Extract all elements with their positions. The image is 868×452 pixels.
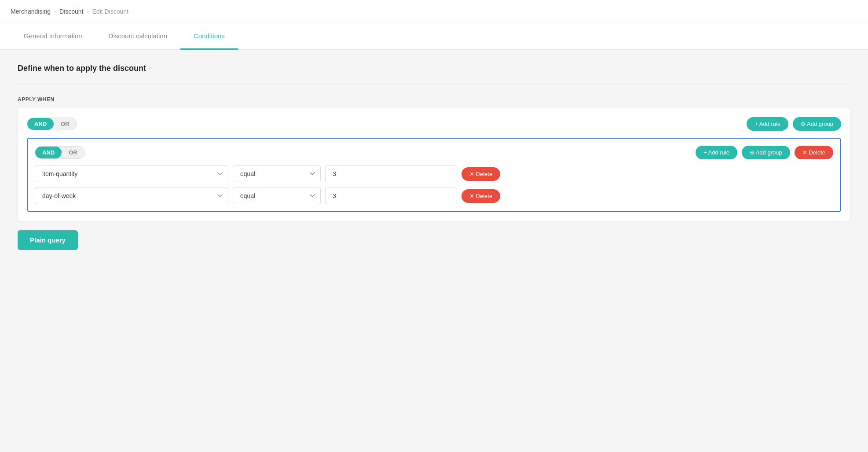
rule-2-delete-button[interactable]: ✕ Delete [461, 189, 500, 203]
outer-add-group-button[interactable]: ⊕ Add group [793, 117, 841, 131]
outer-rule-group: AND OR + Add rule ⊕ Add group AND OR [18, 108, 850, 221]
tab-bar: General Information Discount calculation… [0, 23, 868, 50]
rule-row-1: item-quantity equal ✕ Delete [35, 165, 833, 182]
breadcrumb: Merchandising › Discount › Edit Discount [0, 0, 868, 23]
tab-general-information[interactable]: General Information [11, 23, 95, 50]
breadcrumb-discount[interactable]: Discount [59, 8, 83, 15]
outer-or-button[interactable]: OR [54, 118, 77, 130]
inner-group-actions: + Add rule ⊕ Add group ✕ Delete [696, 146, 833, 159]
tab-conditions[interactable]: Conditions [180, 23, 238, 50]
rule-2-field-select[interactable]: day-of-week [35, 187, 228, 204]
plain-query-button[interactable]: Plain query [18, 230, 78, 250]
inner-group-header: AND OR + Add rule ⊕ Add group ✕ Delete [35, 146, 833, 159]
inner-delete-group-button[interactable]: ✕ Delete [795, 146, 833, 159]
breadcrumb-merchandising[interactable]: Merchandising [11, 8, 51, 15]
outer-add-rule-button[interactable]: + Add rule [747, 117, 788, 131]
page-title: Define when to apply the discount [18, 64, 850, 73]
inner-add-rule-button[interactable]: + Add rule [696, 146, 737, 159]
rule-1-delete-button[interactable]: ✕ Delete [461, 167, 500, 181]
outer-group-header: AND OR + Add rule ⊕ Add group [27, 117, 841, 131]
apply-when-label: APPLY WHEN [18, 96, 850, 103]
inner-rule-group: AND OR + Add rule ⊕ Add group ✕ Delete i… [27, 138, 841, 212]
inner-or-button[interactable]: OR [62, 147, 84, 158]
section-divider [18, 84, 850, 84]
breadcrumb-sep-1: › [54, 8, 56, 15]
tab-discount-calculation[interactable]: Discount calculation [95, 23, 180, 50]
rule-1-value-input[interactable] [325, 165, 457, 182]
rule-1-operator-select[interactable]: equal [233, 165, 321, 182]
rule-1-field-select[interactable]: item-quantity [35, 165, 228, 182]
outer-and-button[interactable]: AND [27, 118, 54, 130]
outer-and-or-toggle: AND OR [27, 118, 77, 130]
inner-add-group-button[interactable]: ⊕ Add group [742, 146, 790, 159]
rule-2-operator-select[interactable]: equal [233, 187, 321, 204]
breadcrumb-edit-discount: Edit Discount [92, 8, 128, 15]
inner-and-or-toggle: AND OR [35, 146, 85, 159]
outer-group-actions: + Add rule ⊕ Add group [747, 117, 841, 131]
inner-and-button[interactable]: AND [35, 147, 62, 158]
main-content: Define when to apply the discount APPLY … [0, 50, 868, 452]
rule-2-value-input[interactable] [325, 187, 457, 204]
rule-row-2: day-of-week equal ✕ Delete [35, 187, 833, 204]
breadcrumb-sep-2: › [87, 8, 89, 15]
